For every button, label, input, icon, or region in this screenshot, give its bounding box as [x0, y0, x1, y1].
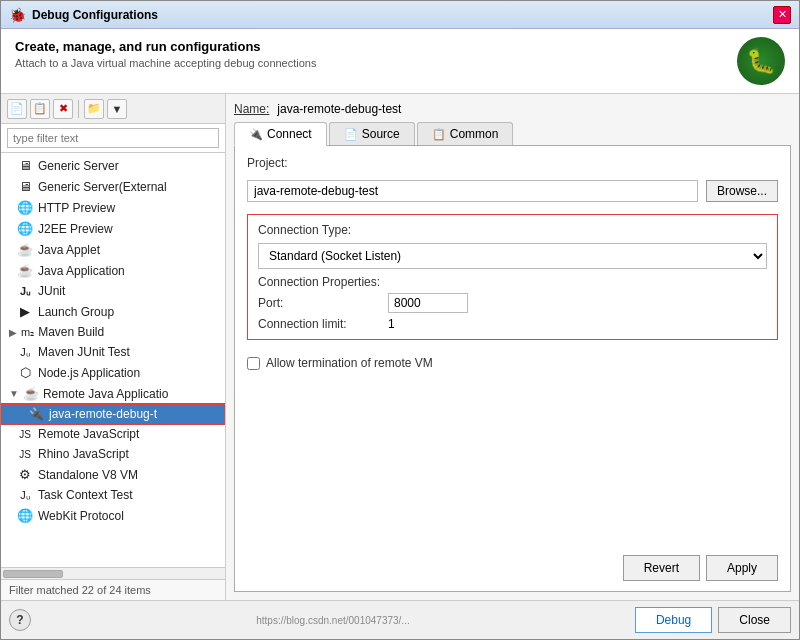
close-window-button[interactable]: ✕	[773, 6, 791, 24]
horizontal-scrollbar[interactable]	[1, 567, 225, 579]
sidebar-toolbar: 📄 📋 ✖ 📁 ▼	[1, 94, 225, 124]
bottom-left: ?	[9, 609, 31, 631]
project-input[interactable]	[247, 180, 698, 202]
connection-type-select[interactable]: Standard (Socket Listen) Standard (Socke…	[258, 243, 767, 269]
window-icon: 🐞	[9, 7, 26, 23]
list-item[interactable]: 🖥 Generic Server(External	[1, 176, 225, 197]
right-panel: Name: java-remote-debug-test 🔌 Connect 📄…	[226, 94, 799, 600]
project-section-label: Project:	[247, 156, 778, 170]
list-item[interactable]: ☕ Java Application	[1, 260, 225, 281]
port-input[interactable]	[388, 293, 468, 313]
bug-icon: 🐛	[737, 37, 785, 85]
list-item[interactable]: JS Rhino JavaScript	[1, 444, 225, 464]
maven-junit-icon: Jᵤ	[17, 346, 33, 359]
bottom-bar: ? https://blog.csdn.net/001047373/... De…	[1, 600, 799, 639]
close-button[interactable]: Close	[718, 607, 791, 633]
list-item[interactable]: ⚙ Standalone V8 VM	[1, 464, 225, 485]
tab-connect[interactable]: 🔌 Connect	[234, 122, 327, 146]
port-label: Port:	[258, 296, 378, 310]
main-content: 📄 📋 ✖ 📁 ▼ 🖥 Generic Server 🖥 Generic	[1, 94, 799, 600]
tab-common[interactable]: 📋 Common	[417, 122, 514, 145]
connection-properties-section: Connection Properties: Port: Connection …	[258, 275, 767, 331]
source-tab-label: Source	[362, 127, 400, 141]
connection-limit-label: Connection limit:	[258, 317, 378, 331]
tab-source[interactable]: 📄 Source	[329, 122, 415, 145]
horizontal-scrollbar-thumb[interactable]	[3, 570, 63, 578]
j2ee-icon: 🌐	[17, 221, 33, 236]
header-section: Create, manage, and run configurations A…	[1, 29, 799, 94]
name-row: Name: java-remote-debug-test	[234, 102, 791, 116]
server-icon: 🖥	[17, 179, 33, 194]
window-title: Debug Configurations	[32, 8, 767, 22]
name-label: Name:	[234, 102, 269, 116]
source-tab-icon: 📄	[344, 128, 358, 141]
remote-debug-icon: 🔌	[29, 407, 44, 421]
debug-button[interactable]: Debug	[635, 607, 712, 633]
expand-arrow: ▼	[9, 388, 19, 399]
filter-input[interactable]	[7, 128, 219, 148]
revert-button[interactable]: Revert	[623, 555, 700, 581]
server-icon: 🖥	[17, 158, 33, 173]
sidebar: 📄 📋 ✖ 📁 ▼ 🖥 Generic Server 🖥 Generic	[1, 94, 226, 600]
connection-type-label: Connection Type:	[258, 223, 767, 237]
launch-group-icon: ▶	[17, 304, 33, 319]
allow-termination-checkbox[interactable]	[247, 357, 260, 370]
expand-arrow: ▶	[9, 327, 17, 338]
rhino-icon: JS	[17, 449, 33, 460]
java-remote-debug-item[interactable]: 🔌 java-remote-debug-t	[1, 404, 225, 424]
list-item[interactable]: 🖥 Generic Server	[1, 155, 225, 176]
delete-config-button[interactable]: ✖	[53, 99, 73, 119]
sort-button[interactable]: ▼	[107, 99, 127, 119]
header-subtitle: Attach to a Java virtual machine accepti…	[15, 57, 316, 69]
connection-type-group: Connection Type: Standard (Socket Listen…	[247, 214, 778, 340]
filter-status: Filter matched 22 of 24 items	[1, 579, 225, 600]
list-item[interactable]: 🌐 WebKit Protocol	[1, 505, 225, 526]
common-tab-label: Common	[450, 127, 499, 141]
list-item[interactable]: JS Remote JavaScript	[1, 424, 225, 444]
duplicate-config-button[interactable]: 📋	[30, 99, 50, 119]
new-config-button[interactable]: 📄	[7, 99, 27, 119]
bottom-right: Debug Close	[635, 607, 791, 633]
list-item[interactable]: ☕ Java Applet	[1, 239, 225, 260]
project-row: Browse...	[247, 180, 778, 202]
project-label: Project:	[247, 156, 288, 170]
connection-properties-label: Connection Properties:	[258, 275, 767, 289]
config-name-value: java-remote-debug-test	[277, 102, 401, 116]
maven-icon: m₂	[21, 326, 34, 339]
connect-tab-icon: 🔌	[249, 128, 263, 141]
list-item[interactable]: 🌐 HTTP Preview	[1, 197, 225, 218]
remote-java-group[interactable]: ▼ ☕ Remote Java Applicatio	[1, 383, 225, 404]
configuration-tree: 🖥 Generic Server 🖥 Generic Server(Extern…	[1, 153, 225, 567]
maven-build-group[interactable]: ▶ m₂ Maven Build	[1, 322, 225, 342]
common-tab-icon: 📋	[432, 128, 446, 141]
allow-termination-label: Allow termination of remote VM	[266, 356, 433, 370]
java-app-icon: ☕	[17, 263, 33, 278]
collapse-all-button[interactable]: 📁	[84, 99, 104, 119]
remote-java-icon: ☕	[23, 386, 39, 401]
junit-icon: Jᵤ	[17, 285, 33, 298]
connect-tab-label: Connect	[267, 127, 312, 141]
help-button[interactable]: ?	[9, 609, 31, 631]
panel-action-buttons: Revert Apply	[247, 555, 778, 581]
java-applet-icon: ☕	[17, 242, 33, 257]
v8-icon: ⚙	[17, 467, 33, 482]
port-row: Port:	[258, 293, 767, 313]
title-bar: 🐞 Debug Configurations ✕	[1, 1, 799, 29]
task-icon: Jᵤ	[17, 489, 33, 502]
browse-button[interactable]: Browse...	[706, 180, 778, 202]
list-item[interactable]: Jᵤ Task Context Test	[1, 485, 225, 505]
webkit-icon: 🌐	[17, 508, 33, 523]
toolbar-separator	[78, 100, 79, 118]
list-item[interactable]: Jᵤ Maven JUnit Test	[1, 342, 225, 362]
watermark-text: https://blog.csdn.net/001047373/...	[256, 615, 409, 626]
launch-group-item[interactable]: ▶ Launch Group	[1, 301, 225, 322]
apply-button[interactable]: Apply	[706, 555, 778, 581]
nodejs-icon: ⬡	[17, 365, 33, 380]
spacer	[247, 378, 778, 539]
filter-box	[1, 124, 225, 153]
debug-configurations-window: 🐞 Debug Configurations ✕ Create, manage,…	[0, 0, 800, 640]
list-item[interactable]: Jᵤ JUnit	[1, 281, 225, 301]
list-item[interactable]: ⬡ Node.js Application	[1, 362, 225, 383]
header-title: Create, manage, and run configurations	[15, 39, 316, 54]
list-item[interactable]: 🌐 J2EE Preview	[1, 218, 225, 239]
